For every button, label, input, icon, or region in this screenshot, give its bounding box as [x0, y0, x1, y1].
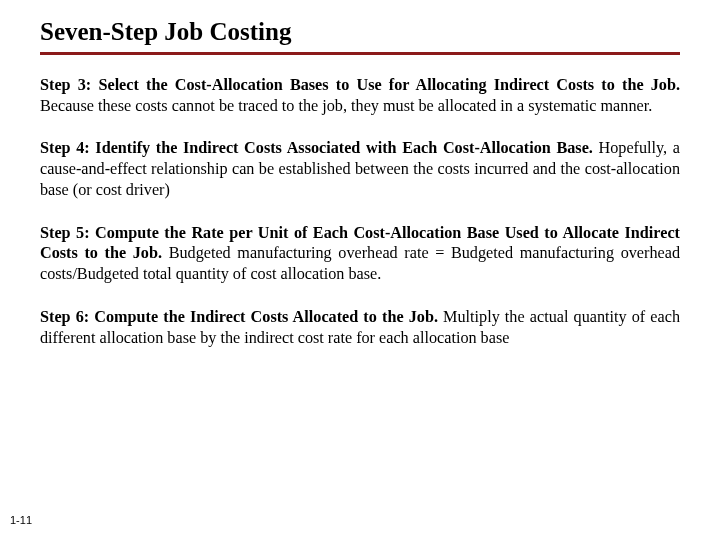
step-paragraph: Step 6: Compute the Indirect Costs Alloc…: [40, 307, 680, 348]
step-lead: Step 4: Identify the Indirect Costs Asso…: [40, 139, 599, 157]
step-lead: Step 3: Select the Cost-Allocation Bases…: [40, 76, 680, 94]
slide: Seven-Step Job Costing Step 3: Select th…: [0, 0, 720, 348]
page-title: Seven-Step Job Costing: [40, 18, 680, 46]
step-rest: Because these costs cannot be traced to …: [40, 97, 652, 115]
body-text: Step 3: Select the Cost-Allocation Bases…: [40, 75, 680, 348]
step-paragraph: Step 5: Compute the Rate per Unit of Eac…: [40, 223, 680, 285]
step-paragraph: Step 3: Select the Cost-Allocation Bases…: [40, 75, 680, 116]
step-paragraph: Step 4: Identify the Indirect Costs Asso…: [40, 138, 680, 200]
page-number: 1-11: [10, 514, 32, 526]
title-underline: [40, 52, 680, 55]
step-lead: Step 6: Compute the Indirect Costs Alloc…: [40, 308, 443, 326]
